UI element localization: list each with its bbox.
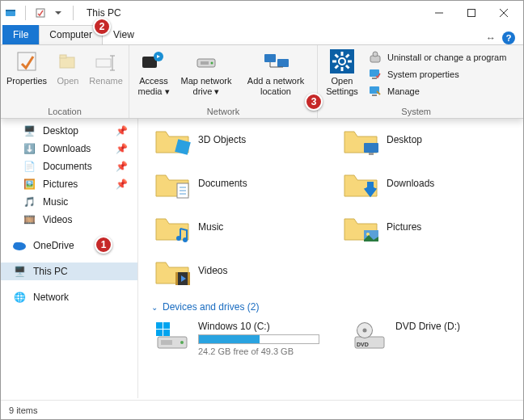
svg-rect-55 (163, 330, 170, 336)
svg-rect-4 (468, 10, 475, 17)
thispc-icon: 🖥️ (12, 266, 27, 277)
svg-rect-48 (188, 272, 190, 285)
drive-d[interactable]: DVD DVD Drive (D:) (352, 321, 460, 356)
close-button[interactable] (488, 3, 520, 23)
svg-rect-35 (175, 139, 191, 155)
qat-dropdown-icon[interactable] (52, 6, 65, 19)
svg-point-51 (180, 341, 184, 344)
sidebar-item-onedrive[interactable]: OneDrive (1, 237, 137, 254)
svg-rect-19 (264, 54, 276, 62)
access-media-button[interactable]: Access media ▾ (134, 47, 173, 97)
ribbon-group-system: Open Settings Uninstall or change a prog… (318, 45, 514, 118)
onedrive-icon (12, 241, 27, 250)
status-bar: 9 items (1, 400, 523, 419)
svg-text:DVD: DVD (357, 342, 369, 347)
documents-icon: 📄 (22, 161, 36, 172)
drive-c-icon (154, 321, 190, 351)
pin-icon: 📌 (116, 178, 128, 190)
videos-icon: 🎞️ (22, 214, 36, 225)
pin-icon: 📌 (116, 125, 128, 136)
drive-d-icon: DVD (352, 321, 387, 351)
uninstall-program-button[interactable]: Uninstall or change a program (368, 50, 506, 65)
chevron-down-icon: ⌄ (151, 303, 158, 312)
status-item-count: 9 items (9, 405, 37, 415)
minimize-button[interactable] (423, 3, 455, 23)
rename-button[interactable]: Rename (88, 47, 124, 86)
drive-d-label: DVD Drive (D:) (395, 321, 460, 332)
sidebar-item-downloads[interactable]: ⬇️Downloads📌 (1, 140, 137, 158)
dropdown-icon: ▾ (214, 86, 219, 96)
svg-rect-30 (372, 78, 377, 79)
music-icon: 🎵 (22, 196, 36, 208)
app-icon (4, 6, 17, 19)
sidebar-item-thispc[interactable]: 🖥️This PC (1, 262, 137, 280)
sidebar-item-desktop[interactable]: 🖥️Desktop📌 (1, 122, 137, 140)
svg-rect-26 (341, 52, 344, 56)
title-bar: This PC (1, 1, 523, 25)
folder-videos[interactable]: Videos (154, 256, 327, 285)
svg-point-28 (373, 52, 378, 57)
ribbon-group-network: Access media ▾ Map network drive ▾ Add a… (129, 45, 318, 118)
annotation-marker-2: 2 (93, 18, 111, 36)
svg-rect-53 (163, 322, 170, 329)
folder-desktop[interactable]: Desktop (343, 125, 515, 154)
map-network-drive-button[interactable]: Map network drive ▾ (178, 47, 235, 97)
svg-point-42 (176, 236, 181, 241)
devices-section-header[interactable]: ⌄ Devices and drives (2) (151, 301, 515, 313)
sidebar: 🖥️Desktop📌 ⬇️Downloads📌 📄Documents📌 🖼️Pi… (1, 119, 138, 398)
properties-button[interactable]: Properties (6, 47, 48, 86)
open-button[interactable]: Open (53, 47, 83, 86)
folder-documents[interactable]: Documents (154, 169, 327, 198)
tab-file[interactable]: File (2, 25, 39, 44)
downloads-icon: ⬇️ (22, 143, 36, 154)
dropdown-icon: ▾ (165, 86, 170, 96)
svg-rect-20 (277, 59, 289, 67)
svg-rect-47 (175, 272, 178, 285)
manage-icon (368, 84, 382, 99)
svg-point-59 (363, 329, 367, 333)
ribbon-group-location: Properties Open Rename Location (1, 45, 129, 118)
folder-music[interactable]: Music (154, 212, 327, 242)
pin-icon: 📌 (116, 161, 128, 172)
pin-icon: 📌 (116, 143, 128, 154)
help-icon[interactable]: ? (502, 32, 515, 44)
sidebar-item-videos[interactable]: 🎞️Videos (1, 211, 137, 229)
system-properties-icon (368, 67, 382, 82)
svg-rect-37 (369, 153, 374, 155)
sidebar-item-music[interactable]: 🎵Music (1, 193, 137, 211)
qat-properties-icon[interactable] (34, 6, 47, 19)
svg-rect-29 (370, 69, 379, 77)
svg-rect-9 (60, 55, 66, 58)
ribbon-minimize-icon[interactable]: ↔ (486, 32, 496, 44)
folder-3d-objects[interactable]: 3D Objects (154, 125, 327, 154)
drive-c-label: Windows 10 (C:) (198, 321, 319, 332)
drive-c-freespace: 24.2 GB free of 49.3 GB (198, 346, 319, 356)
folder-pictures[interactable]: Pictures (343, 212, 515, 242)
svg-rect-52 (156, 322, 163, 329)
sidebar-item-documents[interactable]: 📄Documents📌 (1, 158, 137, 175)
annotation-marker-1: 1 (95, 236, 112, 254)
svg-rect-32 (372, 94, 377, 96)
annotation-marker-3: 3 (305, 93, 323, 111)
svg-point-34 (14, 242, 20, 247)
svg-rect-8 (60, 57, 74, 68)
maximize-button[interactable] (455, 3, 488, 23)
svg-point-18 (211, 62, 213, 65)
drive-c[interactable]: Windows 10 (C:) 24.2 GB free of 49.3 GB (154, 321, 319, 356)
add-network-location-button[interactable]: Add a network location (239, 47, 312, 97)
sidebar-item-pictures[interactable]: 🖼️Pictures📌 (1, 175, 137, 193)
manage-button[interactable]: Manage (368, 84, 506, 99)
sidebar-item-network[interactable]: 🌐Network (1, 288, 137, 306)
svg-rect-10 (96, 59, 111, 67)
folder-downloads[interactable]: Downloads (343, 169, 515, 198)
svg-rect-17 (201, 61, 209, 65)
open-settings-button[interactable]: Open Settings (323, 47, 361, 97)
uninstall-icon (368, 50, 382, 65)
svg-point-43 (183, 237, 188, 242)
system-properties-button[interactable]: System properties (368, 67, 506, 82)
ribbon: Properties Open Rename Location Access m… (1, 44, 523, 119)
tab-row: File Computer View ↔ ? (1, 25, 523, 44)
svg-rect-54 (156, 330, 163, 336)
svg-rect-1 (6, 10, 15, 11)
svg-rect-50 (161, 340, 172, 345)
